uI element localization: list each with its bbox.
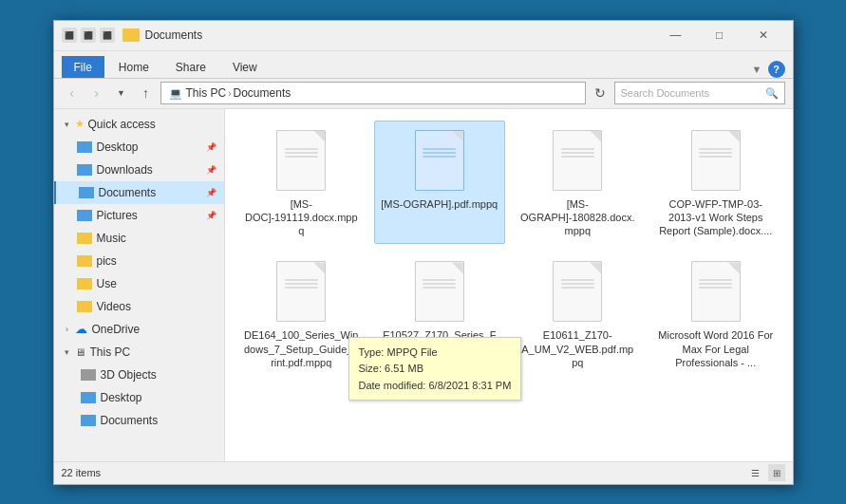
sidebar-group-quick-access[interactable]: ▾ ★ Quick access (54, 113, 224, 136)
pin-icon-pictures: 📌 (206, 211, 216, 220)
sidebar-item-documents[interactable]: Documents 📌 (54, 181, 224, 204)
doc-icon-0 (276, 130, 326, 191)
file-name-3: COP-WFP-TMP-03-2013-v1 Work Steps Report… (657, 197, 775, 238)
path-this-pc[interactable]: This PC (186, 86, 227, 100)
doc-lines-0 (285, 146, 318, 159)
tab-view[interactable]: View (220, 56, 270, 78)
address-path[interactable]: 💻 This PC › Documents (160, 82, 586, 104)
ribbon-tabs: File Home Share View ▼ ? (54, 51, 793, 78)
file-name-2: [MS-OGRAPH]-180828.docx.mppq (519, 197, 637, 238)
maximize-button[interactable]: □ (698, 20, 742, 50)
sidebar: ▾ ★ Quick access Desktop 📌 Downloads 📌 D… (54, 109, 225, 461)
sidebar-item-downloads[interactable]: Downloads 📌 (54, 159, 224, 181)
file-name-6: E10611_Z170-A_UM_V2_WEB.pdf.mppq (519, 328, 637, 369)
sidebar-item-use[interactable]: Use (54, 272, 224, 295)
tab-home[interactable]: Home (106, 56, 161, 78)
file-icon-wrapper-5 (411, 258, 468, 325)
details-view-button[interactable]: ☰ (747, 464, 764, 481)
doc-icon-3 (691, 130, 741, 191)
sidebar-item-desktop-pc[interactable]: Desktop (54, 386, 224, 409)
status-item-count: 22 items (62, 467, 102, 478)
file-item-3[interactable]: COP-WFP-TMP-03-2013-v1 Work Steps Report… (650, 121, 781, 245)
file-icon-wrapper-4 (273, 258, 329, 325)
file-item-0[interactable]: [MS-DOC]-191119.docx.mppq (236, 121, 367, 245)
title-bar: ⬛ ⬛ ⬛ Documents — □ ✕ (54, 21, 793, 51)
tooltip-date-value: 6/8/2021 8:31 PM (429, 380, 512, 391)
sidebar-item-documents-pc[interactable]: Documents (54, 409, 224, 432)
ribbon-expand-icon[interactable]: ▼ (752, 64, 762, 75)
documents-folder-icon (79, 187, 94, 198)
recent-locations-button[interactable]: ▼ (111, 83, 132, 103)
file-item-4[interactable]: DE164_100_Series_Windows_7_Setup_Guide_p… (236, 252, 367, 376)
file-icon-wrapper-6 (549, 258, 606, 325)
close-button[interactable]: ✕ (742, 20, 785, 50)
doc-lines-3 (699, 146, 732, 159)
file-item-1[interactable]: [MS-OGRAPH].pdf.mppq (374, 121, 505, 245)
sidebar-label-desktop: Desktop (97, 140, 139, 154)
ribbon-help-icon[interactable]: ? (768, 61, 785, 78)
tiles-view-button[interactable]: ⊞ (768, 464, 785, 481)
file-icon-wrapper-7 (687, 258, 744, 325)
doc-icon-2 (553, 130, 602, 191)
sidebar-item-desktop[interactable]: Desktop 📌 (54, 136, 224, 159)
file-grid: [MS-DOC]-191119.docx.mppq (233, 117, 785, 381)
tab-share[interactable]: Share (163, 56, 218, 78)
sidebar-item-videos[interactable]: Videos (54, 295, 224, 318)
file-icon-wrapper-3 (687, 127, 744, 194)
file-name-7: Microsoft Word 2016 For Max For Legal Pr… (657, 328, 775, 369)
main-area: ▾ ★ Quick access Desktop 📌 Downloads 📌 D… (54, 109, 793, 461)
refresh-button[interactable]: ↻ (590, 83, 611, 103)
sidebar-item-3d-objects[interactable]: 3D Objects (54, 364, 224, 386)
doc-icon-6 (553, 261, 602, 322)
3d-objects-folder-icon (81, 369, 96, 381)
back-button[interactable]: ‹ (62, 83, 83, 103)
desktop-folder-icon (77, 141, 92, 153)
doc-lines-5 (423, 277, 456, 290)
view-controls: ☰ ⊞ (747, 464, 785, 481)
sidebar-label-use: Use (97, 277, 117, 290)
minimize-button[interactable]: — (654, 20, 698, 50)
sidebar-label-onedrive: OneDrive (92, 323, 141, 336)
doc-lines-7 (699, 277, 732, 290)
file-item-5[interactable]: E10527_Z170_Series_Feature_Manual_UM_WEB… (374, 252, 505, 376)
file-icon-wrapper-0 (273, 127, 329, 194)
file-item-6[interactable]: E10611_Z170-A_UM_V2_WEB.pdf.mppq (513, 252, 644, 376)
search-box[interactable]: Search Documents 🔍 (614, 82, 785, 104)
pics-folder-icon (77, 255, 92, 267)
sidebar-label-documents-pc: Documents (101, 414, 159, 427)
address-drive-icon: 💻 (169, 87, 182, 100)
file-name-1: [MS-OGRAPH].pdf.mppq (381, 197, 498, 211)
title-folder-icon (122, 28, 140, 42)
sidebar-label-videos: Videos (97, 300, 131, 313)
sidebar-item-music[interactable]: Music (54, 227, 224, 250)
downloads-folder-icon (77, 164, 92, 176)
doc-icon-4 (276, 261, 326, 322)
sidebar-label-downloads: Downloads (97, 163, 153, 177)
file-item-7[interactable]: Microsoft Word 2016 For Max For Legal Pr… (650, 252, 781, 376)
file-item-2[interactable]: [MS-OGRAPH]-180828.docx.mppq (513, 121, 644, 245)
path-documents[interactable]: Documents (234, 86, 291, 100)
tooltip-date-label: Date modified: (359, 380, 426, 391)
sidebar-group-this-pc[interactable]: ▾ 🖥 This PC (54, 341, 224, 364)
tab-file[interactable]: File (62, 56, 104, 78)
quick-access-label: Quick access (88, 118, 156, 131)
sidebar-label-3d-objects: 3D Objects (101, 368, 157, 382)
desktop-pc-folder-icon (81, 392, 96, 403)
file-icon-wrapper-2 (549, 127, 606, 194)
videos-folder-icon (77, 301, 92, 312)
star-icon: ★ (75, 118, 85, 130)
forward-button[interactable]: › (86, 83, 107, 103)
sidebar-label-pics: pics (97, 254, 117, 268)
file-name-0: [MS-DOC]-191119.docx.mppq (243, 197, 361, 238)
use-folder-icon (77, 278, 92, 289)
up-button[interactable]: ↑ (136, 83, 157, 103)
doc-lines-2 (561, 146, 594, 159)
sidebar-item-pics[interactable]: pics (54, 250, 224, 272)
sidebar-label-desktop-pc: Desktop (101, 391, 142, 404)
pin-icon-downloads: 📌 (206, 165, 216, 175)
sidebar-item-pictures[interactable]: Pictures 📌 (54, 204, 224, 227)
sidebar-group-onedrive[interactable]: › ☁ OneDrive (54, 318, 224, 341)
sidebar-label-music: Music (97, 232, 126, 245)
title-bar-icons: ⬛ ⬛ ⬛ (62, 28, 115, 43)
explorer-window: ⬛ ⬛ ⬛ Documents — □ ✕ File Home Share Vi… (53, 20, 794, 485)
